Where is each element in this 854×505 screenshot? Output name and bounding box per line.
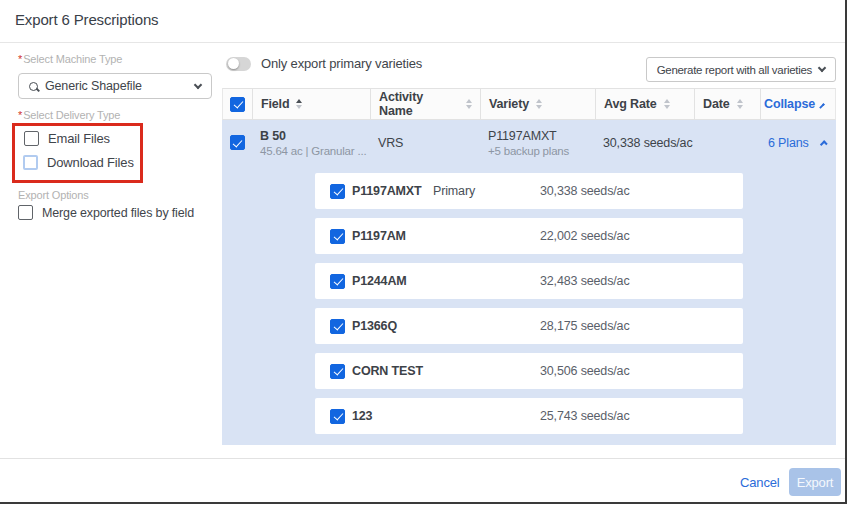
column-header-variety[interactable]: Variety [481,89,596,119]
plan-name: P1244AM [352,274,433,288]
plan-checkbox[interactable] [330,364,345,379]
date-cell [694,120,760,165]
plan-checkbox[interactable] [330,229,345,244]
variety-name: P1197AMXT [488,129,587,143]
sort-icon [664,99,670,109]
merge-files-label: Merge exported files by field [42,206,194,220]
column-header-date[interactable]: Date [695,89,761,119]
window-right-border [845,0,847,503]
plan-rate: 30,338 seeds/ac [540,184,630,198]
plan-name: CORN TEST [352,364,433,378]
plan-rate: 25,743 seeds/ac [540,409,630,423]
plans-count-label: 6 Plans [768,136,809,150]
plan-rows: P1197AMXT Primary 30,338 seeds/ac P1197A… [222,165,836,445]
field-name: B 50 [260,129,362,143]
email-files-option[interactable]: Email Files [24,131,110,146]
machine-type-select[interactable]: Generic Shapefile [18,73,212,99]
title-divider [0,42,845,43]
download-files-option[interactable]: Download Files [23,155,134,170]
plan-qualifier: Primary [433,184,540,198]
plan-row[interactable]: P1244AM 32,483 seeds/ac [315,263,743,299]
chevron-up-icon [819,103,825,109]
only-primary-toggle-label: Only export primary varieties [261,56,422,71]
plan-rate: 30,506 seeds/ac [540,364,630,378]
sort-icon [536,99,542,109]
report-varieties-value: Generate report with all varieties [657,64,812,76]
sort-icon [466,99,472,109]
chevron-down-icon [194,80,202,88]
column-header-activity-name[interactable]: Activity Name [371,89,481,119]
chevron-up-icon [819,140,827,148]
export-options-label: Export Options [18,189,89,201]
column-label-activity-name: Activity Name [379,90,459,118]
email-files-label: Email Files [48,131,110,146]
plan-row[interactable]: P1197AM 22,002 seeds/ac [315,218,743,254]
merge-files-checkbox[interactable] [18,205,33,220]
column-label-field: Field [261,97,289,111]
sort-icon [737,99,743,109]
window-bottom-border [0,502,847,504]
plan-checkbox[interactable] [330,319,345,334]
column-header-avg-rate[interactable]: Avg Rate [596,89,695,119]
download-files-checkbox[interactable] [23,155,38,170]
plans-toggle-link[interactable]: 6 Plans [760,120,834,165]
plan-checkbox[interactable] [330,184,345,199]
export-prescriptions-dialog: Export 6 Prescriptions *Select Machine T… [0,0,854,505]
machine-type-value: Generic Shapefile [45,79,142,93]
plan-name: 123 [352,409,433,423]
primary-varieties-toggle-row: Only export primary varieties [226,56,422,71]
sort-icon [296,99,302,109]
plan-name: P1197AMXT [352,184,433,198]
group-row-checkbox[interactable] [230,135,245,150]
chevron-down-icon [818,64,826,72]
group-row-checkbox-cell [222,120,252,165]
prescriptions-table: Field Activity Name Variety Avg Rate Dat… [222,88,836,445]
plan-name: P1197AM [352,229,433,243]
dialog-title: Export 6 Prescriptions [15,11,158,28]
field-cell: B 50 45.64 ac | Granular ... [252,120,370,165]
machine-type-label-text: Select Machine Type [23,53,122,65]
plan-rate: 32,483 seeds/ac [540,274,630,288]
email-files-checkbox[interactable] [24,131,39,146]
merge-files-option[interactable]: Merge exported files by field [18,205,194,220]
search-icon [29,82,38,91]
plan-checkbox[interactable] [330,274,345,289]
plan-row[interactable]: CORN TEST 30,506 seeds/ac [315,353,743,389]
column-label-variety: Variety [489,97,529,111]
select-all-checkbox[interactable] [230,97,245,112]
variety-cell: P1197AMXT +5 backup plans [480,120,595,165]
table-header: Field Activity Name Variety Avg Rate Dat… [222,88,836,120]
machine-type-label: *Select Machine Type [18,53,122,65]
required-asterisk: * [18,53,22,65]
field-group-row[interactable]: B 50 45.64 ac | Granular ... VRS P1197AM… [222,120,836,165]
plan-checkbox[interactable] [330,409,345,424]
plan-row[interactable]: P1197AMXT Primary 30,338 seeds/ac [315,173,743,209]
delivery-type-label-text: Select Delivery Type [23,109,120,121]
only-primary-toggle[interactable] [226,57,251,71]
select-all-cell [223,89,253,119]
download-files-label: Download Files [47,155,134,170]
plan-rate: 22,002 seeds/ac [540,229,630,243]
delivery-type-label: *Select Delivery Type [18,109,120,121]
plan-row[interactable]: P1366Q 28,175 seeds/ac [315,308,743,344]
export-button[interactable]: Export [789,468,841,496]
required-asterisk: * [18,109,22,121]
avg-rate-cell: 30,338 seeds/ac [595,120,694,165]
plan-row[interactable]: 123 25,743 seeds/ac [315,398,743,434]
field-detail: 45.64 ac | Granular ... [260,145,362,157]
collapse-button[interactable]: Collapse [761,89,835,119]
report-varieties-select[interactable]: Generate report with all varieties [646,57,836,82]
cancel-button[interactable]: Cancel [740,475,780,490]
column-label-date: Date [703,97,730,111]
column-label-avg-rate: Avg Rate [604,97,657,111]
variety-detail: +5 backup plans [488,145,587,157]
column-header-field[interactable]: Field [253,89,371,119]
activity-name-cell: VRS [370,120,480,165]
footer-divider [0,458,845,459]
plan-name: P1366Q [352,319,433,333]
plan-rate: 28,175 seeds/ac [540,319,630,333]
collapse-label: Collapse [764,97,815,111]
